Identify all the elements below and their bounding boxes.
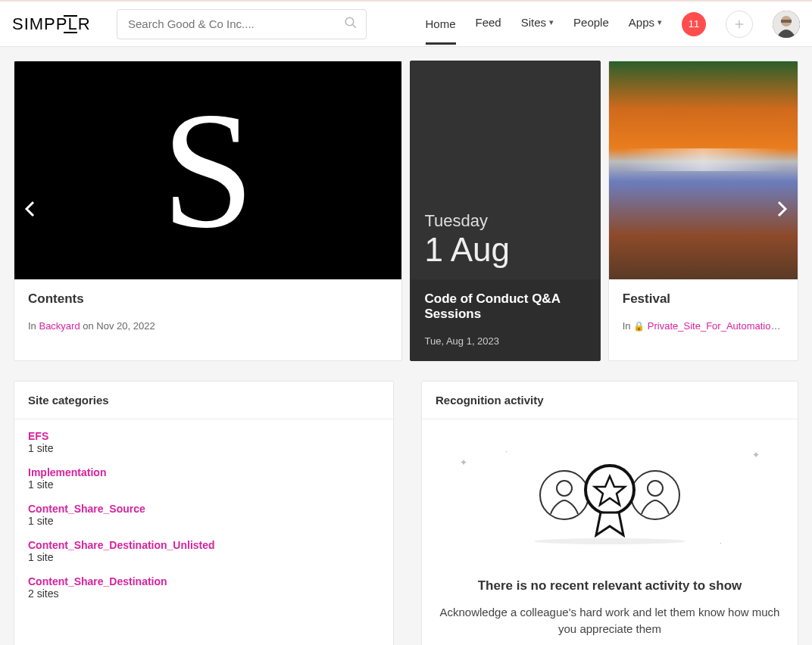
- category-link[interactable]: Content_Share_Destination_Unlisted: [28, 539, 379, 551]
- card-meta: In 🔒 Private_Site_For_Automation on M…: [623, 320, 784, 332]
- empty-state-text: Acknowledge a colleague's hard work and …: [437, 604, 782, 637]
- brand-logo[interactable]: SIMPPLR: [12, 14, 106, 34]
- category-count: 1 site: [28, 515, 379, 527]
- category-count: 2 sites: [28, 587, 379, 600]
- category-list: EFS 1 site Implementation 1 site Content…: [14, 419, 393, 610]
- svg-point-14: [586, 466, 634, 514]
- card-body: Festival In 🔒 Private_Site_For_Automatio…: [609, 279, 798, 360]
- card-site-link[interactable]: Private_Site_For_Automation: [648, 320, 781, 332]
- category-link[interactable]: Content_Share_Source: [28, 503, 379, 515]
- chevron-down-icon: ▾: [549, 17, 554, 27]
- global-search: [117, 9, 367, 39]
- card-body: Code of Conduct Q&A Sessions Tue, Aug 1,…: [411, 279, 599, 360]
- card-title: Festival: [623, 291, 784, 307]
- card-meta-prefix: In: [623, 320, 633, 332]
- svg-point-11: [557, 481, 572, 496]
- add-button[interactable]: [726, 11, 753, 38]
- category-item: Implementation 1 site: [14, 460, 393, 497]
- card-meta: In Backyard on Nov 20, 2022: [28, 320, 388, 332]
- recognition-empty-state: ✦ ✦ · ·: [422, 419, 798, 645]
- category-item: EFS 1 site: [14, 424, 393, 460]
- svg-point-3: [345, 17, 354, 26]
- lower-panels: Site categories EFS 1 site Implementatio…: [14, 381, 798, 645]
- svg-marker-16: [596, 513, 623, 535]
- nav-people[interactable]: People: [573, 16, 609, 32]
- svg-point-13: [648, 481, 663, 496]
- category-link[interactable]: Implementation: [28, 466, 379, 478]
- letter-s-graphic: S: [162, 87, 255, 254]
- carousel-card-contents[interactable]: S Contents In Backyard on Nov 20, 2022: [14, 61, 402, 361]
- search-icon[interactable]: [344, 16, 358, 33]
- carousel-card-festival[interactable]: Festival In 🔒 Private_Site_For_Automatio…: [608, 61, 798, 361]
- category-link[interactable]: EFS: [28, 430, 379, 442]
- top-nav-bar: SIMPPLR Home Feed Sites ▾ People Apps ▾ …: [0, 0, 812, 47]
- card-body: Contents In Backyard on Nov 20, 2022: [14, 279, 401, 360]
- svg-line-4: [353, 24, 356, 27]
- category-count: 1 site: [28, 551, 379, 563]
- event-date: 1 Aug: [424, 231, 510, 269]
- nav-home[interactable]: Home: [426, 17, 456, 45]
- card-hero-image: [609, 61, 798, 279]
- card-title: Contents: [28, 291, 388, 307]
- category-item: Content_Share_Destination_Unlisted 1 sit…: [14, 533, 393, 569]
- nav-sites-label: Sites: [521, 16, 546, 29]
- site-categories-panel: Site categories EFS 1 site Implementatio…: [14, 381, 394, 645]
- recognition-illustration: ✦ ✦ · ·: [437, 442, 782, 556]
- svg-rect-9: [781, 20, 792, 23]
- category-count: 1 site: [28, 478, 379, 491]
- sparkle-icon: ·: [720, 538, 722, 548]
- page-content: S Contents In Backyard on Nov 20, 2022 T…: [0, 47, 812, 645]
- svg-point-17: [534, 538, 686, 544]
- chevron-down-icon: ▾: [657, 17, 662, 27]
- category-item: Content_Share_Source 1 site: [14, 497, 393, 533]
- card-hero-date: Tuesday 1 Aug: [411, 61, 599, 279]
- card-title: Code of Conduct Q&A Sessions: [424, 291, 586, 322]
- search-input[interactable]: [117, 9, 367, 39]
- carousel-prev[interactable]: [18, 201, 41, 222]
- card-meta: Tue, Aug 1, 2023: [424, 335, 586, 347]
- sparkle-icon: ·: [505, 446, 508, 456]
- card-meta-prefix: In: [28, 320, 39, 332]
- svg-text:SIMPPLR: SIMPPLR: [12, 14, 91, 33]
- lock-icon: 🔒: [633, 321, 645, 332]
- notification-badge[interactable]: 11: [682, 12, 706, 36]
- card-hero-image: S: [14, 61, 401, 279]
- nav-apps[interactable]: Apps ▾: [629, 16, 662, 32]
- empty-state-title: There is no recent relevant activity to …: [437, 578, 782, 594]
- category-count: 1 site: [28, 442, 379, 454]
- panel-title: Site categories: [14, 382, 393, 419]
- nav-apps-label: Apps: [629, 16, 654, 29]
- card-meta-suffix: on Nov 20, 2022: [80, 320, 155, 332]
- user-avatar[interactable]: [773, 11, 800, 38]
- primary-nav: Home Feed Sites ▾ People Apps ▾ 11: [426, 3, 801, 45]
- sparkle-icon: ✦: [752, 450, 760, 460]
- sparkle-icon: ✦: [460, 457, 467, 468]
- nav-sites[interactable]: Sites ▾: [521, 16, 554, 32]
- featured-carousel: S Contents In Backyard on Nov 20, 2022 T…: [14, 61, 798, 361]
- recognition-panel: Recognition activity ✦ ✦ · ·: [421, 381, 798, 645]
- event-day: Tuesday: [424, 211, 488, 231]
- carousel-card-event[interactable]: Tuesday 1 Aug Code of Conduct Q&A Sessio…: [410, 61, 600, 361]
- category-link[interactable]: Content_Share_Destination: [28, 575, 379, 587]
- award-icon: [511, 453, 708, 544]
- card-site-link[interactable]: Backyard: [39, 320, 80, 332]
- panel-title: Recognition activity: [422, 382, 798, 419]
- carousel-next[interactable]: [771, 201, 794, 222]
- nav-feed[interactable]: Feed: [476, 16, 501, 32]
- category-item: Content_Share_Destination 2 sites: [14, 569, 393, 606]
